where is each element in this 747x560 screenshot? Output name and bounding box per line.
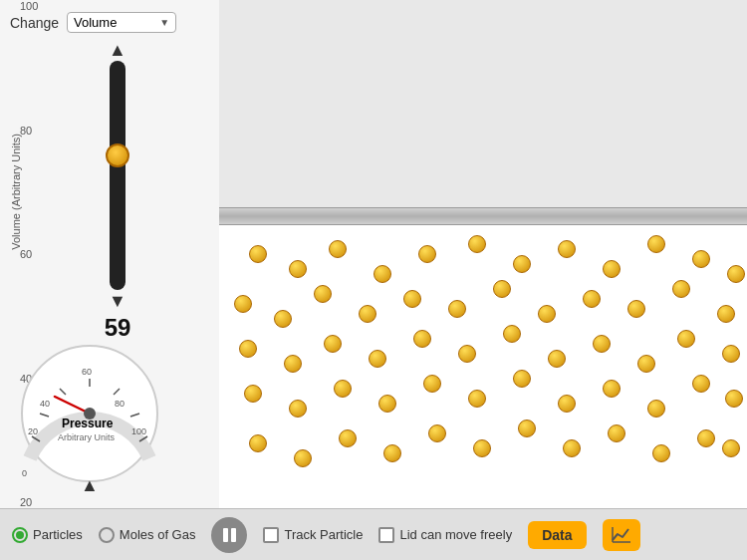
list-item (558, 240, 576, 258)
pressure-gauge: 0 20 40 60 80 100 Pressure Arbitrary Uni… (10, 329, 169, 488)
list-item (339, 429, 357, 447)
gauge-up-arrow[interactable]: ▲ (81, 475, 99, 496)
moles-radio-circle (99, 527, 115, 543)
volume-slider: ▲ 100 80 60 40 20 ▼ 59 (26, 41, 209, 342)
list-item (513, 370, 531, 388)
list-item (289, 260, 307, 278)
list-item (473, 439, 491, 457)
svg-text:Arbitrary Units: Arbitrary Units (58, 432, 116, 442)
list-item (423, 375, 441, 393)
pause-button[interactable] (211, 517, 247, 553)
track-particle-label: Track Particle (284, 527, 363, 542)
list-item (294, 449, 312, 467)
list-item (563, 439, 581, 457)
list-item (418, 245, 436, 263)
list-item (374, 265, 391, 283)
svg-text:20: 20 (28, 426, 38, 436)
list-item (428, 424, 446, 442)
svg-text:60: 60 (82, 367, 92, 377)
list-item (369, 350, 386, 368)
list-item (548, 350, 566, 368)
list-item (448, 300, 466, 318)
svg-text:0: 0 (22, 468, 27, 478)
list-item (637, 355, 655, 373)
slider-area: Volume (Arbitrary Units) ▲ 100 80 60 40 … (0, 41, 219, 342)
gas-area (219, 225, 747, 508)
moles-label: Moles of Gas (120, 527, 196, 542)
list-item (627, 300, 645, 318)
list-item (503, 325, 521, 343)
svg-text:100: 100 (131, 426, 146, 436)
svg-text:80: 80 (115, 399, 124, 409)
list-item (468, 390, 486, 408)
list-item (289, 400, 307, 418)
list-item (647, 235, 665, 253)
particles-radio[interactable]: Particles (12, 527, 83, 543)
slider-down-button[interactable]: ▼ (109, 292, 126, 310)
svg-text:40: 40 (40, 399, 50, 409)
chart-button[interactable] (603, 519, 640, 551)
list-item (608, 424, 625, 442)
list-item (249, 434, 267, 452)
list-item (403, 290, 421, 308)
list-item (722, 345, 740, 363)
list-item (538, 305, 556, 323)
particles-radio-dot (16, 531, 24, 539)
chevron-down-icon: ▼ (159, 17, 169, 28)
list-item (717, 305, 735, 323)
slider-thumb[interactable] (106, 143, 129, 167)
list-item (329, 240, 347, 258)
list-item (314, 285, 332, 303)
pause-icon (223, 528, 236, 542)
list-item (583, 290, 601, 308)
pause-bar-left (223, 528, 228, 542)
list-item (692, 375, 710, 393)
list-item (722, 439, 740, 457)
list-item (697, 429, 715, 447)
track-particle-option[interactable]: Track Particle (263, 527, 363, 543)
list-item (672, 280, 690, 298)
svg-text:Pressure: Pressure (62, 417, 114, 430)
lid-label: Lid can move freely (399, 527, 512, 542)
data-button[interactable]: Data (528, 521, 586, 549)
list-item (239, 340, 257, 358)
list-item (324, 335, 342, 353)
list-item (652, 444, 670, 462)
list-item (244, 385, 262, 403)
particles-radio-circle (12, 527, 28, 543)
list-item (274, 310, 292, 328)
piston-bar (219, 207, 747, 225)
gauge-svg: 0 20 40 60 80 100 Pressure Arbitrary Uni… (10, 329, 169, 488)
simulation-panel (219, 0, 747, 508)
list-item (677, 330, 695, 348)
list-item (334, 380, 352, 398)
slider-track[interactable] (110, 61, 125, 290)
list-item (647, 400, 665, 418)
list-item (284, 355, 302, 373)
left-panel: Change Volume ▼ Volume (Arbitrary Units)… (0, 0, 219, 508)
chart-icon (611, 526, 632, 544)
list-item (558, 395, 576, 413)
particles-label: Particles (33, 527, 83, 542)
lid-option[interactable]: Lid can move freely (378, 527, 512, 543)
list-item (383, 444, 401, 462)
list-item (725, 390, 743, 408)
slider-up-button[interactable]: ▲ (109, 41, 126, 59)
list-item (468, 235, 486, 253)
list-item (249, 245, 267, 263)
list-item (413, 330, 431, 348)
pause-bar-right (231, 528, 236, 542)
volume-dropdown[interactable]: Volume ▼ (67, 12, 176, 33)
list-item (513, 255, 531, 273)
list-item (493, 280, 511, 298)
list-item (234, 295, 252, 313)
moles-radio[interactable]: Moles of Gas (99, 527, 196, 543)
list-item (518, 420, 536, 437)
list-item (593, 335, 611, 353)
track-particle-checkbox[interactable] (263, 527, 279, 543)
lid-checkbox[interactable] (378, 527, 394, 543)
list-item (359, 305, 376, 323)
list-item (692, 250, 710, 268)
list-item (603, 260, 621, 278)
list-item (727, 265, 745, 283)
